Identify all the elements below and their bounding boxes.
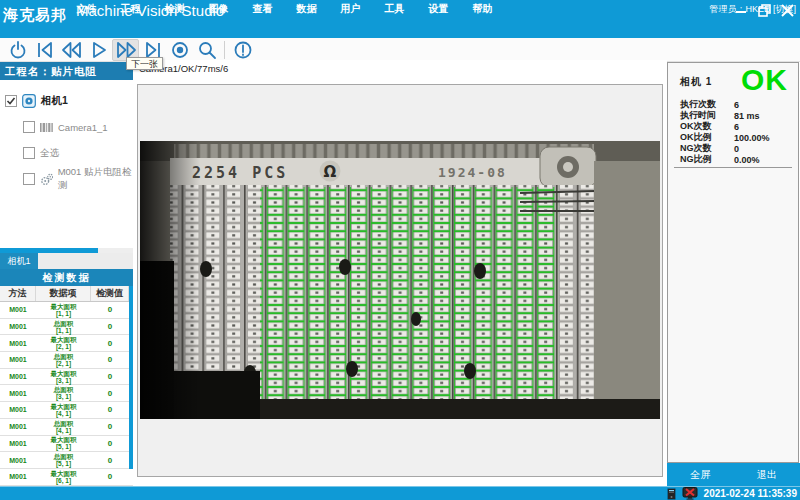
- stat-value: 0.00%: [734, 155, 760, 165]
- record-icon[interactable]: [166, 39, 193, 61]
- toolbar-separator: [224, 41, 225, 59]
- cell-method: M001: [0, 457, 36, 464]
- stat-value: 6: [734, 100, 739, 110]
- cell-item: 总面积[3, 1]: [36, 386, 91, 400]
- menu-tools[interactable]: 工具: [384, 2, 405, 16]
- prev-image-icon[interactable]: [58, 39, 85, 61]
- cell-method: M001: [0, 356, 36, 363]
- app-window: 海克易邦 Machine Vision Studio 文件 工程 检测 图像 查…: [0, 0, 800, 500]
- first-image-icon[interactable]: [31, 39, 58, 61]
- stat-value: 100.00%: [734, 133, 770, 143]
- table-header-row: 方法 数据项 检测值: [0, 286, 133, 302]
- tree-item-camera1[interactable]: 相机1: [0, 88, 133, 114]
- statistics-list: 执行次数6 执行时间81 ms OK次数6 OK比例100.00% NG次数0 …: [668, 99, 798, 165]
- tab-camera1[interactable]: 相机1: [0, 253, 38, 269]
- current-user-label: 管理员：HKEB: [709, 3, 770, 16]
- detect-data-table: 方法 数据项 检测值 M001最大面积[1, 1]0 M001总面积[1, 1]…: [0, 286, 133, 486]
- next-image-tooltip: 下一张: [126, 57, 163, 70]
- tree-item-camera1-1[interactable]: Camera1_1: [0, 114, 133, 140]
- camera1-1-checkbox[interactable]: [23, 121, 35, 133]
- power-icon[interactable]: [4, 39, 31, 61]
- cell-value: 0: [91, 322, 129, 331]
- cell-item: 最大面积[2, 1]: [36, 336, 91, 350]
- camera1-checkbox[interactable]: [5, 95, 17, 107]
- cell-method: M001: [0, 306, 36, 313]
- cell-value: 0: [91, 472, 129, 481]
- cell-value: 0: [91, 355, 129, 364]
- fullscreen-button[interactable]: 全屏: [667, 463, 734, 486]
- tree-item-module-m001[interactable]: M001 贴片电阻检测: [0, 166, 133, 192]
- status-badge: OK: [741, 63, 788, 97]
- menu-image[interactable]: 图像: [208, 2, 229, 16]
- stat-value: 81 ms: [734, 111, 760, 121]
- cell-item: 最大面积[6, 1]: [36, 470, 91, 484]
- project-panel: 工程名：贴片电阻 相机1 Camera1_1 全选 M001: [0, 62, 133, 486]
- bottom-button-bar: 全屏 退出: [667, 463, 800, 486]
- exit-button[interactable]: 退出: [734, 463, 800, 486]
- toolbar: [0, 38, 800, 62]
- table-row[interactable]: M001最大面积[6, 1]0: [0, 469, 133, 486]
- menu-settings[interactable]: 设置: [428, 2, 449, 16]
- tree-item-select-all[interactable]: 全选: [0, 140, 133, 166]
- result-camera-label: 相机 1: [680, 75, 712, 89]
- stat-label: NG比例: [668, 153, 734, 166]
- cell-method: M001: [0, 406, 36, 413]
- result-panel: 相机 1 OK 执行次数6 执行时间81 ms OK次数6 OK比例100.00…: [667, 62, 799, 463]
- cell-item: 总面积[5, 1]: [36, 453, 91, 467]
- image-canvas[interactable]: 2254 PCS Ω 1924-08: [137, 84, 663, 477]
- table-row[interactable]: M001最大面积[5, 1]0: [0, 436, 133, 453]
- cell-value: 0: [91, 372, 129, 381]
- select-all-checkbox[interactable]: [23, 147, 35, 159]
- brand-logo: 海克易邦: [3, 6, 73, 25]
- m001-checkbox[interactable]: [23, 173, 35, 185]
- cell-item: 最大面积[1, 1]: [36, 303, 91, 317]
- col-method: 方法: [0, 286, 36, 301]
- cell-method: M001: [0, 340, 36, 347]
- stat-value: 6: [734, 122, 739, 132]
- table-row[interactable]: M001最大面积[4, 1]0: [0, 402, 133, 419]
- svg-text:1924-08: 1924-08: [438, 165, 507, 180]
- switch-user-link[interactable]: [切换]: [773, 3, 796, 16]
- cell-item: 总面积[4, 1]: [36, 420, 91, 434]
- camera-disconnected-icon: [682, 487, 698, 500]
- menu-file[interactable]: 文件: [76, 2, 97, 16]
- menu-project[interactable]: 工程: [120, 2, 141, 16]
- menu-detect[interactable]: 检测: [164, 2, 185, 16]
- pc-tower-icon: [667, 488, 676, 500]
- menu-user[interactable]: 用户: [340, 2, 361, 16]
- stat-row: NG比例0.00%: [668, 154, 798, 165]
- status-bar: 2021-02-24 11:35:39: [0, 486, 800, 500]
- table-row[interactable]: M001最大面积[1, 1]0: [0, 302, 133, 319]
- table-row[interactable]: M001总面积[1, 1]0: [0, 319, 133, 336]
- stats-divider: [674, 167, 792, 168]
- table-row[interactable]: M001总面积[5, 1]0: [0, 452, 133, 469]
- info-icon[interactable]: [229, 39, 256, 61]
- run-icon[interactable]: [85, 39, 112, 61]
- table-row[interactable]: M001总面积[3, 1]0: [0, 385, 133, 402]
- cell-item: 最大面积[4, 1]: [36, 403, 91, 417]
- cell-item: 最大面积[5, 1]: [36, 436, 91, 450]
- project-tree: 相机1 Camera1_1 全选 M001 贴片电阻检测: [0, 80, 133, 248]
- svg-text:Ω: Ω: [324, 163, 337, 181]
- cell-value: 0: [91, 339, 129, 348]
- cell-method: M001: [0, 373, 36, 380]
- inspection-photo: 2254 PCS Ω 1924-08: [140, 141, 660, 419]
- tree-item-label: M001 贴片电阻检测: [58, 166, 133, 192]
- menu-help[interactable]: 帮助: [472, 2, 493, 16]
- table-row[interactable]: M001最大面积[2, 1]0: [0, 335, 133, 352]
- cell-method: M001: [0, 440, 36, 447]
- cell-value: 0: [91, 305, 129, 314]
- gear-icon: [40, 173, 53, 186]
- menu-data[interactable]: 数据: [296, 2, 317, 16]
- col-value: 检测值: [91, 286, 129, 301]
- cell-value: 0: [91, 456, 129, 465]
- menu-view[interactable]: 查看: [252, 2, 273, 16]
- table-row[interactable]: M001总面积[4, 1]0: [0, 419, 133, 436]
- table-row[interactable]: M001总面积[2, 1]0: [0, 352, 133, 369]
- cell-value: 0: [91, 439, 129, 448]
- zoom-icon[interactable]: [193, 39, 220, 61]
- stat-value: 0: [734, 144, 739, 154]
- table-row[interactable]: M001最大面积[3, 1]0: [0, 369, 133, 386]
- cell-item: 总面积[1, 1]: [36, 320, 91, 334]
- col-item: 数据项: [36, 286, 91, 301]
